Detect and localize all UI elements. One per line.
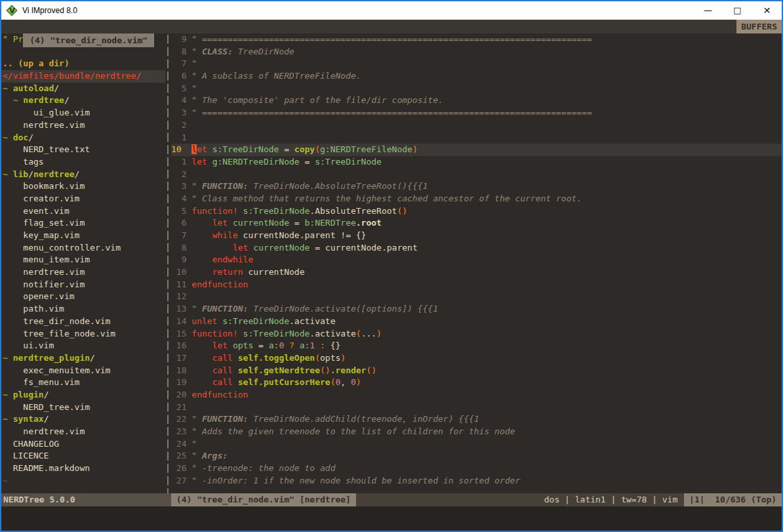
text-segment: nerdtree.vim: [3, 120, 85, 130]
tree-item[interactable]: ~ plugin/: [1, 389, 165, 401]
code-line[interactable]: 20 endfunction: [171, 389, 782, 401]
text-segment: a:: [300, 340, 310, 350]
tree-item[interactable]: ~ nerdtree_plugin/: [1, 352, 165, 365]
tree-item[interactable]: NERD_tree.vim: [1, 401, 165, 414]
tree-item[interactable]: ~ syntax/: [1, 413, 165, 426]
text-segment: endwhile: [212, 255, 254, 264]
code-line[interactable]: 26 " -treenode: the node to add: [171, 462, 782, 475]
command-line[interactable]: [1, 506, 782, 531]
text-segment: NERD_tree.vim: [3, 402, 90, 412]
code-line[interactable]: 9 " ====================================…: [171, 33, 782, 46]
code-line[interactable]: 19 call self.putCursorHere(0, 0): [171, 377, 782, 389]
window-separator[interactable]: [165, 33, 171, 493]
tree-item[interactable]: ~ autoload/: [1, 83, 165, 95]
code-line[interactable]: 3 " ====================================…: [171, 107, 782, 119]
code-line[interactable]: 7 ": [171, 58, 782, 70]
tree-item[interactable]: nerdtree.vim: [1, 426, 165, 438]
text-segment: =: [279, 144, 294, 154]
code-line[interactable]: 4 " The 'composite' part of the file/dir…: [171, 94, 782, 107]
text-segment: endfunction: [191, 390, 248, 399]
code-line[interactable]: 22 " FUNCTION: TreeDirNode.addChild(tree…: [171, 413, 782, 426]
tree-item[interactable]: tree_file_node.vim: [1, 328, 165, 340]
code-line[interactable]: 15 function! s:TreeDirNode.activate(...): [171, 328, 782, 340]
code-line[interactable]: 17 call self.toggleOpen(opts): [171, 352, 782, 365]
text-segment: [191, 340, 212, 350]
code-line[interactable]: 10 return currentNode: [171, 266, 782, 279]
code-line[interactable]: 21: [171, 401, 782, 414]
tree-item[interactable]: notifier.vim: [1, 279, 165, 291]
text-segment: nerdtree.vim: [3, 426, 85, 436]
code-line[interactable]: 1 let g:NERDTreeDirNode = s:TreeDirNode: [171, 156, 782, 169]
tree-item[interactable]: path.vim: [1, 303, 165, 316]
tree-item[interactable]: .. (up a dir): [1, 58, 165, 70]
main-area: " Press ? for help.. (up a dir)</vimfile…: [1, 33, 782, 493]
code-line[interactable]: 7 while currentNode.parent != {}: [171, 230, 782, 242]
tree-item[interactable]: ~ lib/nerdtree/: [1, 169, 165, 181]
code-line[interactable]: 23 " Adds the given treenode to the list…: [171, 426, 782, 438]
text-segment: (): [320, 365, 331, 375]
code-line[interactable]: 9 endwhile: [171, 254, 782, 266]
tree-item[interactable]: nerdtree.vim: [1, 266, 165, 279]
tree-item[interactable]: LICENCE: [1, 450, 165, 462]
tree-item[interactable]: flag_set.vim: [1, 217, 165, 230]
tree-item[interactable]: [1, 46, 165, 58]
tab-current[interactable]: (4) "tree_dir_node.vim": [23, 33, 154, 47]
code-line[interactable]: 6 let currentNode = b:NERDTree.root: [171, 217, 782, 230]
tree-item[interactable]: ~ nerdtree/: [1, 94, 165, 107]
code-line[interactable]: 14 unlet s:TreeDirNode.activate: [171, 316, 782, 328]
tree-item[interactable]: ui_glue.vim: [1, 107, 165, 119]
text-segment: Args:: [202, 451, 228, 460]
line-number: 17: [171, 353, 191, 363]
text-segment: [191, 230, 212, 240]
tree-item[interactable]: opener.vim: [1, 291, 165, 303]
code-line[interactable]: 25 " Args:: [171, 450, 782, 462]
code-line[interactable]: 6 " A subclass of NERDTreeFileNode.: [171, 70, 782, 83]
code-line[interactable]: 10 let s:TreeDirNode = copy(g:NERDTreeFi…: [171, 144, 782, 156]
code-line[interactable]: 1: [171, 132, 782, 144]
buffers-label[interactable]: BUFFERS: [736, 20, 782, 33]
code-line[interactable]: 16 let opts = a:0 ? a:1 : {}: [171, 340, 782, 352]
close-button[interactable]: ✕: [752, 1, 782, 20]
tree-item[interactable]: tags: [1, 156, 165, 169]
tree-item[interactable]: </vimfiles/bundle/nerdtree/: [1, 70, 165, 83]
tree-item[interactable]: menu_item.vim: [1, 254, 165, 266]
code-line[interactable]: 2: [171, 119, 782, 132]
text-segment: nerdtree.vim: [3, 267, 85, 277]
code-line[interactable]: 13 " FUNCTION: TreeDirNode.activate([opt…: [171, 303, 782, 316]
code-line[interactable]: 2: [171, 169, 782, 181]
tree-item[interactable]: creator.vim: [1, 193, 165, 205]
tree-item[interactable]: bookmark.vim: [1, 180, 165, 193]
tree-item[interactable]: tree_dir_node.vim: [1, 316, 165, 328]
text-segment: =: [289, 218, 304, 228]
code-line[interactable]: 5 ": [171, 83, 782, 95]
maximize-button[interactable]: □: [723, 1, 752, 20]
code-line[interactable]: 11 endfunction: [171, 279, 782, 291]
code-line[interactable]: 12: [171, 291, 782, 303]
tree-item[interactable]: nerdtree.vim: [1, 119, 165, 132]
code-line[interactable]: 4 " Class method that returns the highes…: [171, 193, 782, 205]
code-line[interactable]: 3 " FUNCTION: TreeDirNode.AbsoluteTreeRo…: [171, 180, 782, 193]
tree-item[interactable]: key_map.vim: [1, 230, 165, 242]
tree-item[interactable]: NERD_tree.txt: [1, 144, 165, 156]
text-segment: a:: [269, 340, 279, 350]
tree-item[interactable]: CHANGELOG: [1, 438, 165, 451]
minimize-button[interactable]: —: [693, 1, 723, 20]
tree-item[interactable]: ~ doc/: [1, 132, 165, 144]
tree-item[interactable]: fs_menu.vim: [1, 377, 165, 389]
tree-item[interactable]: exec_menuitem.vim: [1, 365, 165, 377]
tree-item[interactable]: menu_controller.vim: [1, 242, 165, 255]
tree-item[interactable]: event.vim: [1, 205, 165, 218]
text-segment: (): [397, 206, 407, 216]
tree-item[interactable]: ui.vim: [1, 340, 165, 352]
text-segment: [191, 267, 212, 277]
code-line[interactable]: 8 let currentNode = currentNode.parent: [171, 242, 782, 255]
code-line[interactable]: 5 function! s:TreeDirNode.AbsoluteTreeRo…: [171, 205, 782, 218]
tree-item[interactable]: ~: [1, 475, 165, 487]
tree-item[interactable]: README.markdown: [1, 462, 165, 475]
text-segment: call: [212, 353, 233, 363]
code-line[interactable]: 27 " -inOrder: 1 if the new node should …: [171, 475, 782, 487]
code-line[interactable]: 8 " CLASS: TreeDirNode: [171, 46, 782, 58]
code-line[interactable]: 18 call self.getNerdtree().render(): [171, 365, 782, 377]
code-line[interactable]: 24 ": [171, 438, 782, 451]
statusline-gap: [165, 493, 171, 506]
